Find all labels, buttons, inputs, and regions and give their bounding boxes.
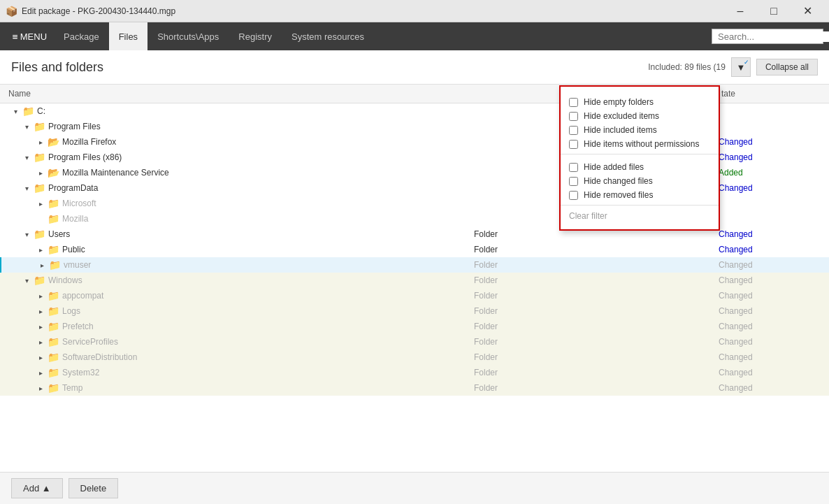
minimize-button[interactable]: – bbox=[724, 0, 756, 22]
app-icon: 📦 bbox=[6, 6, 17, 17]
item-name: Program Files (x86) bbox=[48, 152, 122, 162]
tab-shortcuts[interactable]: Shortcuts\Apps bbox=[147, 22, 229, 50]
table-row[interactable]: ▸ 📁 Prefetch Folder Changed bbox=[0, 319, 829, 334]
hide-changed-label: Hide changed files bbox=[584, 176, 653, 186]
maximize-button[interactable]: □ bbox=[758, 0, 790, 22]
item-name: Prefetch bbox=[62, 322, 94, 331]
folder-icon: 📁 bbox=[48, 198, 59, 209]
table-row[interactable]: ▾ 📁 Windows Folder Changed bbox=[0, 273, 829, 288]
table-row[interactable]: ▸ 📁 System32 Folder Changed bbox=[0, 365, 829, 380]
nav-tabs: Package Files Shortcuts\Apps Registry Sy… bbox=[54, 22, 374, 50]
cell-type: Folder bbox=[474, 275, 579, 285]
item-name: Mozilla Firefox bbox=[62, 137, 116, 147]
folder-icon: 📁 bbox=[48, 290, 59, 301]
expand-icon[interactable]: ▾ bbox=[21, 275, 32, 286]
item-name: Mozilla Maintenance Service bbox=[62, 168, 169, 178]
tab-registry[interactable]: Registry bbox=[229, 22, 282, 50]
tab-sysresources[interactable]: System resources bbox=[282, 22, 374, 50]
item-name: Mozilla bbox=[62, 214, 88, 224]
filter-button[interactable]: ▼ ✓ bbox=[731, 57, 751, 77]
item-name: Program Files bbox=[48, 122, 101, 131]
page-title: Files and folders bbox=[11, 60, 103, 75]
expand-icon[interactable]: ▾ bbox=[21, 121, 32, 132]
expand-icon[interactable]: ▸ bbox=[35, 167, 46, 178]
folder-icon: 📂 bbox=[48, 167, 59, 178]
folder-icon: 📁 bbox=[48, 336, 59, 347]
item-name: Windows bbox=[48, 275, 82, 285]
hide-changed-checkbox[interactable] bbox=[569, 177, 578, 186]
header-right: Included: 89 files (19 ▼ ✓ Collapse all bbox=[648, 57, 818, 77]
expand-icon[interactable]: ▸ bbox=[35, 321, 46, 332]
item-name: Microsoft bbox=[62, 199, 96, 208]
expand-icon[interactable]: ▸ bbox=[35, 382, 46, 394]
table-row[interactable]: ▸ 📁 Public Folder Changed bbox=[0, 242, 829, 257]
table-row[interactable]: ▸ 📁 Logs Folder Changed bbox=[0, 303, 829, 319]
filter-hide-included[interactable]: Hide included items bbox=[561, 123, 719, 137]
filter-hide-changed[interactable]: Hide changed files bbox=[561, 174, 719, 188]
tab-files[interactable]: Files bbox=[109, 22, 147, 50]
hide-without-perms-checkbox[interactable] bbox=[569, 140, 578, 149]
folder-icon: 📁 bbox=[48, 305, 59, 317]
item-name: ServiceProfiles bbox=[62, 337, 118, 347]
cell-type: Folder bbox=[474, 229, 579, 239]
cell-state: Changed bbox=[719, 137, 823, 147]
menu-button[interactable]: ≡ ≡ MENU bbox=[6, 27, 54, 46]
table-row[interactable]: ▸ 📁 ServiceProfiles Folder Changed bbox=[0, 334, 829, 350]
hide-included-checkbox[interactable] bbox=[569, 126, 578, 135]
expand-icon[interactable]: ▸ bbox=[35, 136, 46, 147]
expand-icon[interactable]: ▸ bbox=[35, 336, 46, 347]
item-name: appcompat bbox=[62, 291, 103, 301]
item-name: Public bbox=[62, 245, 85, 254]
hide-included-label: Hide included items bbox=[584, 125, 657, 135]
hide-removed-checkbox[interactable] bbox=[569, 191, 578, 200]
folder-icon: 📁 bbox=[34, 275, 45, 286]
expand-icon[interactable]: ▸ bbox=[35, 305, 46, 317]
item-name: Logs bbox=[62, 306, 80, 316]
search-input[interactable] bbox=[718, 31, 829, 42]
folder-icon: 📁 bbox=[48, 244, 59, 255]
cell-state: Changed bbox=[719, 322, 823, 331]
expand-icon[interactable]: ▸ bbox=[35, 367, 46, 378]
cell-type: Folder bbox=[474, 337, 579, 347]
cell-type: Folder bbox=[474, 368, 579, 377]
cell-state: Changed bbox=[719, 260, 823, 270]
hide-empty-folders-checkbox[interactable] bbox=[569, 98, 578, 107]
filter-hide-added[interactable]: Hide added files bbox=[561, 160, 719, 174]
table-row[interactable]: ▸ 📁 SoftwareDistribution Folder Changed bbox=[0, 350, 829, 365]
delete-button[interactable]: Delete bbox=[69, 478, 119, 498]
item-name: SoftwareDistribution bbox=[62, 352, 137, 362]
expand-icon[interactable]: ▸ bbox=[35, 290, 46, 301]
expand-icon[interactable]: ▾ bbox=[21, 182, 32, 194]
cell-state: Changed bbox=[719, 275, 823, 285]
folder-icon: 📁 bbox=[48, 352, 59, 363]
hide-excluded-checkbox[interactable] bbox=[569, 112, 578, 121]
hide-without-perms-label: Hide items without permissions bbox=[584, 139, 699, 149]
expand-icon[interactable]: ▸ bbox=[35, 244, 46, 255]
filter-dropdown[interactable]: Hide empty folders Hide excluded items H… bbox=[559, 85, 720, 231]
expand-icon[interactable]: ▾ bbox=[21, 229, 32, 240]
col-state: tate bbox=[719, 87, 823, 100]
expand-icon[interactable]: ▾ bbox=[10, 106, 21, 117]
hide-added-checkbox[interactable] bbox=[569, 163, 578, 172]
cell-state: Changed bbox=[719, 229, 823, 239]
table-row[interactable]: ▸ 📁 appcompat Folder Changed bbox=[0, 288, 829, 303]
filter-hide-removed[interactable]: Hide removed files bbox=[561, 188, 719, 202]
table-row[interactable]: ▸ 📁 Temp Folder Changed bbox=[0, 380, 829, 396]
clear-filter-button[interactable]: Clear filter bbox=[561, 208, 719, 224]
table-row[interactable]: ▸ 📁 vmuser Folder Changed bbox=[0, 257, 829, 273]
expand-icon[interactable]: ▸ bbox=[35, 352, 46, 363]
expand-icon[interactable]: ▸ bbox=[36, 259, 48, 271]
filter-hide-without-perms[interactable]: Hide items without permissions bbox=[561, 137, 719, 151]
expand-icon[interactable]: ▾ bbox=[21, 152, 32, 163]
close-button[interactable]: ✕ bbox=[791, 0, 823, 22]
expand-icon[interactable]: ▸ bbox=[35, 198, 46, 209]
cell-type: Folder bbox=[474, 383, 579, 393]
filter-hide-empty-folders[interactable]: Hide empty folders bbox=[561, 95, 719, 109]
filter-hide-excluded[interactable]: Hide excluded items bbox=[561, 109, 719, 123]
add-button[interactable]: Add ▲ bbox=[11, 478, 63, 498]
folder-icon: 📁 bbox=[49, 259, 61, 271]
tab-package[interactable]: Package bbox=[54, 22, 109, 50]
menu-label: ≡ MENU bbox=[13, 31, 47, 42]
cell-state: Changed bbox=[719, 383, 823, 393]
collapse-all-button[interactable]: Collapse all bbox=[756, 59, 818, 75]
